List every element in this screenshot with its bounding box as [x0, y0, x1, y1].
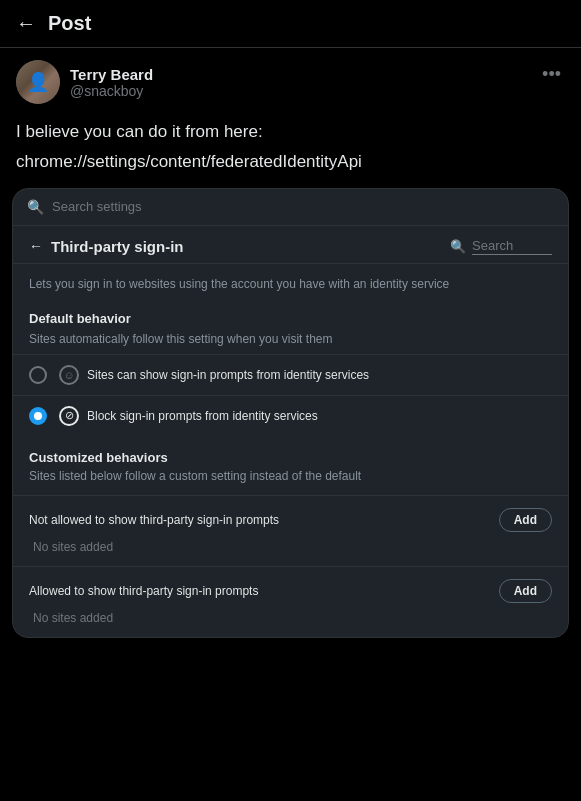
radio-block-text: Block sign-in prompts from identity serv…	[87, 409, 318, 423]
radio-block[interactable]: ⊘ Block sign-in prompts from identity se…	[13, 395, 568, 436]
radio-outer-block	[29, 407, 47, 425]
customized-behaviors-section: Customized behaviors Sites listed below …	[13, 436, 568, 495]
settings-search-input[interactable]: Search	[472, 238, 552, 255]
not-allowed-empty: No sites added	[29, 540, 552, 554]
avatar: 👤	[16, 60, 60, 104]
author-handle: @snackboy	[70, 83, 153, 99]
more-options-button[interactable]: •••	[538, 60, 565, 89]
default-behavior-subtext: Sites automatically follow this setting …	[13, 330, 568, 354]
custom-heading: Customized behaviors	[29, 450, 552, 465]
settings-back-button[interactable]: ←	[29, 238, 43, 254]
block-icon: ⊘	[59, 406, 79, 426]
custom-subtext: Sites listed below follow a custom setti…	[29, 469, 552, 483]
back-button[interactable]: ←	[16, 12, 36, 35]
add-not-allowed-button[interactable]: Add	[499, 508, 552, 532]
avatar-image: 👤	[16, 60, 60, 104]
page-title: Post	[48, 12, 91, 35]
not-allowed-label: Not allowed to show third-party sign-in …	[29, 513, 279, 527]
author-info-container: 👤 Terry Beard @snackboy	[16, 60, 153, 104]
inner-search-icon: 🔍	[450, 239, 466, 254]
settings-inner-header: ← Third-party sign-in 🔍 Search	[13, 226, 568, 264]
post-url: chrome://settings/content/federatedIdent…	[0, 150, 581, 188]
settings-panel: 🔍 Search settings ← Third-party sign-in …	[12, 188, 569, 638]
inner-header-left: ← Third-party sign-in	[29, 238, 184, 255]
radio-allow[interactable]: ☺ Sites can show sign-in prompts from id…	[13, 354, 568, 395]
search-settings-label: Search settings	[52, 199, 142, 214]
author-name: Terry Beard	[70, 66, 153, 83]
radio-block-label-area: ⊘ Block sign-in prompts from identity se…	[59, 406, 318, 426]
allow-icon: ☺	[59, 365, 79, 385]
page-header: ← Post	[0, 0, 581, 47]
allowed-label: Allowed to show third-party sign-in prom…	[29, 584, 258, 598]
settings-search-bar[interactable]: 🔍 Search settings	[13, 189, 568, 226]
settings-page-title: Third-party sign-in	[51, 238, 184, 255]
add-allowed-button[interactable]: Add	[499, 579, 552, 603]
author-details: Terry Beard @snackboy	[70, 66, 153, 99]
default-behavior-heading: Default behavior	[13, 299, 568, 330]
not-allowed-header: Not allowed to show third-party sign-in …	[29, 508, 552, 532]
allowed-section: Allowed to show third-party sign-in prom…	[13, 566, 568, 637]
radio-outer-allow	[29, 366, 47, 384]
author-row: 👤 Terry Beard @snackboy •••	[0, 52, 581, 108]
post-text: I believe you can do it from here:	[0, 108, 581, 150]
header-divider	[0, 47, 581, 48]
radio-allow-text: Sites can show sign-in prompts from iden…	[87, 368, 369, 382]
radio-allow-label-area: ☺ Sites can show sign-in prompts from id…	[59, 365, 369, 385]
radio-inner-block	[34, 412, 42, 420]
allowed-empty: No sites added	[29, 611, 552, 625]
allowed-header: Allowed to show third-party sign-in prom…	[29, 579, 552, 603]
settings-search[interactable]: 🔍 Search	[450, 238, 552, 255]
search-icon: 🔍	[27, 199, 44, 215]
settings-description: Lets you sign in to websites using the a…	[13, 264, 568, 299]
not-allowed-section: Not allowed to show third-party sign-in …	[13, 495, 568, 566]
